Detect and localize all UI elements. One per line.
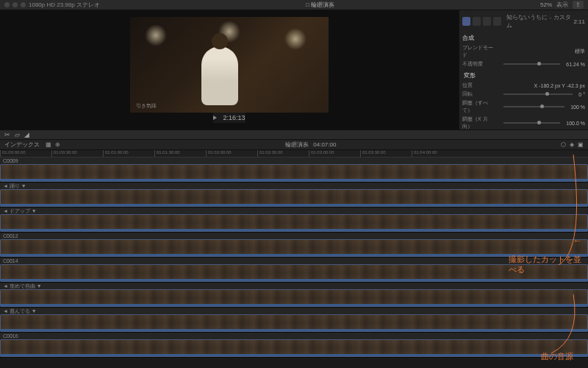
track-label: C0009 [0,158,588,164]
clip-appearance-icon[interactable]: ▦ [46,141,51,148]
zoom-icon[interactable]: ⊕ [55,141,60,148]
track-label: C0014 [0,258,588,264]
blade-tool-icon[interactable]: ◢ [24,131,29,138]
info-inspector-tab[interactable] [493,17,501,26]
viewer-overlay-text: 引き気味 [136,102,157,110]
timeline-area[interactable]: 01:00:00:0001:00:30:0001:01:00:0001:01:3… [0,150,588,358]
format-label: 1080p HD 23.98p ステレオ [29,1,100,9]
video-clip[interactable] [0,164,588,182]
video-clip[interactable] [0,289,588,307]
viewer-timecode: 2:16:13 [223,114,245,121]
video-track[interactable]: C0014 [0,258,588,283]
track-label: ◄ 遊んでる ▼ [0,308,588,314]
video-clip[interactable] [0,264,588,282]
share-button[interactable]: ⇪ [573,1,584,9]
inspector-duration: 2:11 [573,18,585,25]
video-track[interactable]: ◄ 踊り ▼ [0,183,588,208]
play-icon[interactable] [213,116,217,120]
track-label: C0012 [0,233,588,239]
track-label: C0016 [0,333,588,339]
inspector-panel: 知らないうちに - カスタム 2:11 合成 ブレンドモード標準 不透明度61.… [459,10,588,130]
view-menu[interactable]: 表示 [556,1,568,9]
timeline-ruler[interactable]: 01:00:00:0001:00:30:0001:01:00:0001:01:3… [0,150,588,158]
color-inspector-tab[interactable] [473,17,481,26]
video-clip[interactable] [0,214,588,232]
traffic-lights[interactable] [4,2,26,7]
video-track[interactable]: C0009 [0,158,588,183]
solo-icon[interactable]: ▣ [578,141,584,148]
video-preview[interactable]: 引き気味 [130,17,329,113]
skimming-icon[interactable]: ◈ [570,141,574,148]
index-button[interactable]: インデックス [4,141,40,149]
opacity-slider[interactable] [503,63,560,65]
zoom-level[interactable]: 52% [540,1,552,8]
track-label: ◄ 攻めで自由 ▼ [0,283,588,289]
video-track[interactable]: ◄ ドアップ ▼ [0,208,588,233]
audio-inspector-tab[interactable] [483,17,491,26]
project-title: □ 輪廻演奏 [103,1,537,9]
video-clip[interactable] [0,239,588,257]
track-label: ◄ 踊り ▼ [0,183,588,189]
timeline-header: インデックス ▦ ⊕ 輪廻演奏 04:07:00 ⬡ ◈ ▣ [0,140,588,150]
blend-mode-value[interactable]: 標準 [575,48,585,55]
inspector-clip-name: 知らないうちに - カスタム [506,13,571,29]
viewer-panel: 引き気味 2:16:13 [0,10,459,130]
snapping-icon[interactable]: ⬡ [561,141,566,148]
video-clip[interactable] [0,314,588,332]
select-tool-icon[interactable]: ▱ [15,131,20,138]
timeline-toolbar: ✂ ▱ ◢ [0,130,588,140]
video-track[interactable]: C0016 [0,333,588,358]
video-track[interactable]: ◄ 攻めで自由 ▼ [0,283,588,308]
video-clip[interactable] [0,189,588,207]
rotation-slider[interactable] [503,93,573,95]
video-clip[interactable] [0,339,588,357]
video-track[interactable]: C0012 [0,233,588,258]
window-titlebar: 1080p HD 23.98p ステレオ □ 輪廻演奏 52% 表示 ⇪ [0,0,588,10]
video-inspector-tab[interactable] [462,17,470,26]
track-label: ◄ ドアップ ▼ [0,208,588,214]
composite-header: 合成 [462,32,585,43]
video-track[interactable]: ◄ 遊んでる ▼ [0,308,588,333]
trim-tool-icon[interactable]: ✂ [4,131,10,138]
